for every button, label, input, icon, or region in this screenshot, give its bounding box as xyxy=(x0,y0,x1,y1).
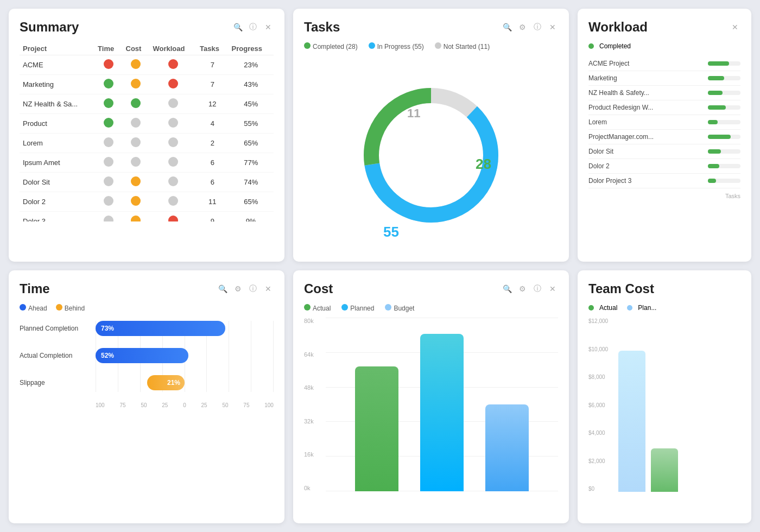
time-status xyxy=(94,94,122,114)
wl-bar-wrap xyxy=(708,76,740,80)
time-panel: Time 🔍 ⚙ ⓘ ✕ Ahead Behind Planned Comple… xyxy=(9,270,284,523)
actual-pct: 52% xyxy=(101,352,114,359)
legend-budget: Budget xyxy=(385,304,414,312)
wl-bar xyxy=(708,120,718,124)
planned-label: Planned Completion xyxy=(20,325,90,332)
col-workload: Workload xyxy=(149,42,197,55)
close-icon[interactable]: ✕ xyxy=(263,22,274,33)
cost-status xyxy=(123,192,150,212)
completed-count: 28 xyxy=(476,156,491,172)
help-icon[interactable]: ⓘ xyxy=(532,22,543,33)
workload-header: Workload ✕ xyxy=(588,20,740,35)
time-status xyxy=(94,192,122,212)
close-icon[interactable]: ✕ xyxy=(730,22,740,33)
wl-bar xyxy=(708,76,724,80)
tc-actual-dot xyxy=(588,305,594,311)
workload-icons: ✕ xyxy=(730,22,740,33)
time-header: Time 🔍 ⚙ ⓘ ✕ xyxy=(20,281,274,296)
workload-status xyxy=(149,212,197,222)
task-count: 11 xyxy=(197,192,228,212)
cost-bars xyxy=(337,318,547,491)
task-count: 4 xyxy=(197,114,228,134)
workload-status xyxy=(149,153,197,173)
search-icon[interactable]: 🔍 xyxy=(232,22,243,33)
time-chart-area: Planned Completion 73% Actual Completion… xyxy=(20,321,274,408)
legend-behind: Behind xyxy=(56,304,85,312)
gear-icon[interactable]: ⚙ xyxy=(517,283,528,294)
wl-completed-label: Completed xyxy=(599,42,631,50)
tasks-legend: Completed (28) In Progress (55) Not Star… xyxy=(304,42,558,50)
table-row: NZ Health & Sa... 12 45% xyxy=(20,94,274,114)
progress-pct: 43% xyxy=(229,75,274,94)
tc-plan-label: Plan... xyxy=(638,304,656,312)
project-name: Marketing xyxy=(20,75,94,94)
project-name: Product xyxy=(20,114,94,134)
cost-header: Cost 🔍 ⚙ ⓘ ✕ xyxy=(304,281,558,296)
tasks-icons: 🔍 ⚙ ⓘ ✕ xyxy=(502,22,558,33)
time-status xyxy=(94,134,122,153)
legend-in-progress: In Progress (55) xyxy=(369,42,424,50)
cost-panel: Cost 🔍 ⚙ ⓘ ✕ Actual Planned Budget 80k 6… xyxy=(293,270,569,523)
in-progress-count: 55 xyxy=(383,224,399,237)
summary-icons: 🔍 ⓘ ✕ xyxy=(232,22,274,33)
search-icon[interactable]: 🔍 xyxy=(502,283,512,294)
legend-actual: Actual xyxy=(304,304,331,312)
help-icon[interactable]: ⓘ xyxy=(532,283,543,294)
workload-row: ACME Project xyxy=(588,56,740,71)
close-icon[interactable]: ✕ xyxy=(547,22,558,33)
wl-name: Dolor Project 3 xyxy=(588,177,631,185)
tc-y-axis: $12,000 $10,000 $8,000 $6,000 $4,000 $2,… xyxy=(588,318,616,492)
wl-name: Dolor 2 xyxy=(588,162,610,170)
tc-actual-label: Actual xyxy=(599,304,617,312)
table-row: Dolor Sit 6 74% xyxy=(20,173,274,192)
close-icon[interactable]: ✕ xyxy=(263,283,274,294)
time-status xyxy=(94,55,122,75)
donut-container: 11 28 55 xyxy=(304,56,558,255)
x-axis: 1007550250255075100 xyxy=(96,402,274,408)
planned-bar-wrap xyxy=(420,334,464,491)
actual-label: Actual Completion xyxy=(20,352,90,359)
task-count: 7 xyxy=(197,75,228,94)
slippage-row: Slippage 21% xyxy=(96,375,274,390)
wl-bar xyxy=(708,179,716,183)
gear-icon[interactable]: ⚙ xyxy=(517,22,528,33)
table-row: Dolor 3 9 9% xyxy=(20,212,274,222)
wl-bar-wrap xyxy=(708,105,740,110)
task-count: 6 xyxy=(197,173,228,192)
wl-bar-wrap xyxy=(708,91,740,95)
team-cost-title: Team Cost xyxy=(588,281,654,296)
search-icon[interactable]: 🔍 xyxy=(217,283,228,294)
close-icon[interactable]: ✕ xyxy=(547,283,558,294)
progress-pct: 65% xyxy=(229,134,274,153)
help-icon[interactable]: ⓘ xyxy=(248,283,258,294)
wl-name: Lorem xyxy=(588,118,607,126)
wl-name: Product Redesign W... xyxy=(588,104,653,111)
wl-bar xyxy=(708,91,723,95)
col-cost: Cost xyxy=(123,42,150,55)
gear-icon[interactable]: ⚙ xyxy=(232,283,243,294)
workload-row: Marketing xyxy=(588,71,740,86)
col-time: Time xyxy=(94,42,122,55)
progress-pct: 74% xyxy=(229,173,274,192)
progress-pct: 23% xyxy=(229,55,274,75)
budget-bar xyxy=(485,404,529,491)
workload-status xyxy=(149,173,197,192)
slippage-pct: 21% xyxy=(167,379,180,387)
project-name: Ipsum Amet xyxy=(20,153,94,173)
wl-bar-wrap xyxy=(708,179,740,183)
wl-bar xyxy=(708,164,719,168)
search-icon[interactable]: 🔍 xyxy=(502,22,512,33)
cost-status xyxy=(123,173,150,192)
cost-chart: 80k 64k 48k 32k 16k 0k xyxy=(304,318,558,502)
project-name: Lorem xyxy=(20,134,94,153)
wl-bar xyxy=(708,105,726,110)
workload-row: Product Redesign W... xyxy=(588,100,740,115)
cost-y-axis: 80k 64k 48k 32k 16k 0k xyxy=(304,318,321,491)
workload-row: Dolor Sit xyxy=(588,144,740,159)
wl-name: Marketing xyxy=(588,74,617,82)
project-name: Dolor 2 xyxy=(20,192,94,212)
actual-bar-wrap xyxy=(355,366,398,491)
workload-status xyxy=(149,94,197,114)
legend-completed: Completed (28) xyxy=(304,42,358,50)
help-icon[interactable]: ⓘ xyxy=(248,22,258,33)
